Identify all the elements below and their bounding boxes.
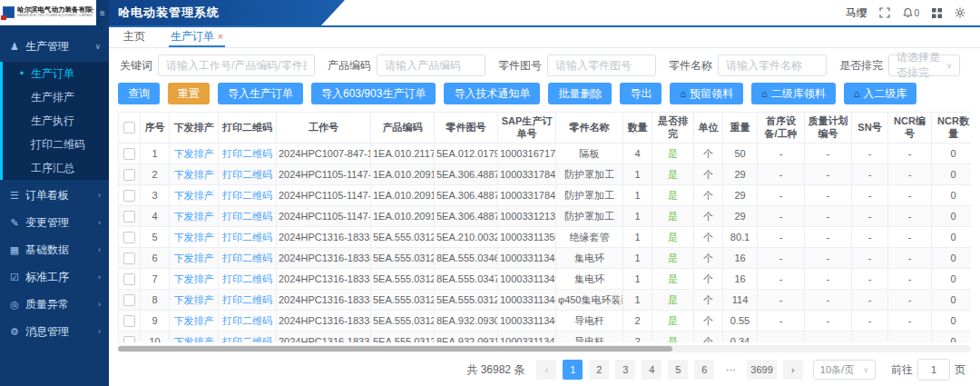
filter-select-schedule-status[interactable]: 请选择是否排完∨ [888,54,960,76]
scheduled-flag-value: 是 [668,315,678,326]
batch-delete-button[interactable]: 批量删除 [548,83,612,104]
submenu-item-process-summary[interactable]: 工序汇总 [3,156,109,180]
print-qrcode-link[interactable]: 打印二维码 [222,169,272,180]
print-qrcode-link[interactable]: 打印二维码 [222,273,272,284]
issue-scheduling-link[interactable]: 下发排产 [174,273,214,284]
column-header-weight[interactable]: 重量 [723,113,758,144]
row-checkbox[interactable] [123,315,135,327]
print-qrcode-link[interactable]: 打印二维码 [222,190,272,201]
chevron-down-icon: ∨ [863,366,868,374]
column-header-scheduled-flag[interactable]: 是否排完 [652,113,694,144]
sidebar-item-order-board[interactable]: ☰订单看板› [0,182,109,209]
column-header-quantity[interactable]: 数量 [623,113,652,144]
issue-scheduling-link[interactable]: 下发排产 [174,211,214,222]
page-button-3699[interactable]: 3699 [747,360,776,380]
settings-gear-icon[interactable] [955,7,965,18]
row-checkbox[interactable] [123,211,135,223]
import-tech-notice-button[interactable]: 导入技术通知单 [444,83,540,104]
import-production-order-button[interactable]: 导入生产订单 [218,83,303,104]
sidebar-item-production-mgmt[interactable]: ♟生产管理∨ [0,33,109,60]
print-qrcode-link[interactable]: 打印二维码 [222,252,272,263]
sidebar-item-message-mgmt[interactable]: ⚙消息管理› [0,318,109,345]
row-checkbox[interactable] [123,336,135,342]
column-header-unit[interactable]: 单位 [694,113,723,144]
issue-scheduling-link[interactable]: 下发排产 [174,148,214,159]
submenu-item-print-qrcode[interactable]: 打印二维码 [3,133,109,156]
row-checkbox[interactable] [123,148,135,160]
column-header-print-qrcode[interactable]: 打印二维码 [219,113,277,144]
submenu-item-production-scheduling[interactable]: 生产排产 [3,85,109,109]
filter-input-part-drawing-no[interactable] [547,54,656,76]
issue-scheduling-link[interactable]: 下发排产 [174,190,214,201]
sidebar-item-standard-process[interactable]: ☑标准工序› [0,263,109,291]
print-qrcode-link[interactable]: 打印二维码 [222,148,272,159]
row-checkbox[interactable] [123,232,135,243]
column-header-first-seq-equipment[interactable]: 首序设备/工种 [758,113,805,144]
horizontal-scrollbar[interactable] [118,345,971,352]
page-button-1[interactable]: 1 [563,360,583,380]
l2-warehouse-in-button[interactable]: ⌂入二级库 [844,83,917,104]
filter-input-product-code[interactable] [377,54,485,76]
page-button-3[interactable]: 3 [615,360,635,380]
filter-input-part-name[interactable] [718,54,827,76]
column-header-product-code[interactable]: 产品编码 [371,113,435,144]
filter-input-keyword[interactable] [158,54,315,76]
scrollbar-thumb[interactable] [118,346,672,351]
print-qrcode-link[interactable]: 打印二维码 [222,232,272,242]
row-checkbox[interactable] [123,252,135,264]
column-header-ncr-no[interactable]: NCR编号 [888,113,932,144]
export-button[interactable]: 导出 [620,83,662,104]
username[interactable]: 马缨 [845,5,867,21]
column-header-part-drawing-no[interactable]: 零件图号 [435,113,498,144]
issue-scheduling-link[interactable]: 下发排产 [174,294,214,305]
close-tab-icon[interactable]: × [218,32,223,42]
row-checkbox[interactable] [123,169,135,181]
row-checkbox[interactable] [123,294,135,306]
goto-page-input[interactable] [917,359,950,381]
reset-button[interactable]: 重置 [168,83,210,104]
notifications-bell-icon[interactable]: 0 [903,7,919,18]
issue-scheduling-link[interactable]: 下发排产 [174,252,214,263]
prev-page-button[interactable]: ‹ [536,360,556,380]
issue-scheduling-link[interactable]: 下发排产 [174,169,214,180]
sidebar-collapse-icon[interactable]: ≡ [96,0,109,25]
submenu-item-production-execution[interactable]: 生产执行 [3,109,109,133]
column-header-part-name[interactable]: 零件名称 [556,113,623,144]
submenu-item-production-order[interactable]: 生产订单 [3,62,109,85]
print-qrcode-link[interactable]: 打印二维码 [222,211,272,222]
column-header-sap-order-no[interactable]: SAP生产订单号 [498,113,556,144]
reserve-material-button[interactable]: ⌂预留领料 [670,83,743,104]
column-header-sn-no[interactable]: SN号 [852,113,888,144]
next-page-button[interactable]: › [783,360,803,380]
fullscreen-icon[interactable] [879,7,890,18]
print-qrcode-link[interactable]: 打印二维码 [222,315,272,326]
select-all-checkbox[interactable] [123,122,135,134]
sidebar-item-base-data[interactable]: ▦基础数据› [0,236,109,263]
row-checkbox[interactable] [123,273,135,285]
import-603-903-order-button[interactable]: 导入603/903生产订单 [311,83,436,104]
page-button-6[interactable]: 6 [694,360,714,380]
column-header-ncr-qty[interactable]: NCR数量 [932,113,972,144]
column-header-quality-plan-no[interactable]: 质量计划编号 [805,113,852,144]
column-header-work-no[interactable]: 工作号 [277,113,371,144]
issue-scheduling-link[interactable]: 下发排产 [174,232,214,242]
column-header-index[interactable]: 序号 [141,113,170,144]
row-checkbox[interactable] [123,190,135,202]
tab-home[interactable]: 主页 [122,29,147,47]
page-button-2[interactable]: 2 [589,360,609,380]
tab-production-order[interactable]: 生产订单× [169,29,225,47]
page-button-5[interactable]: 5 [668,360,688,380]
issue-scheduling-link[interactable]: 下发排产 [174,315,214,326]
issue-scheduling-link[interactable]: 下发排产 [174,336,214,343]
l2-warehouse-pick-button[interactable]: ⌂二级库领料 [751,83,836,104]
column-header-issue-scheduling[interactable]: 下发排产 [170,113,219,144]
sidebar-item-change-mgmt[interactable]: ✎变更管理› [0,209,109,236]
print-qrcode-link[interactable]: 打印二维码 [222,336,272,343]
page-button-4[interactable]: 4 [642,360,662,380]
sidebar-item-quality-exception[interactable]: ◎质量异常› [0,291,109,318]
button-label: 预留领料 [690,86,733,102]
query-button[interactable]: 查询 [118,83,160,104]
page-size-select[interactable]: 10条/页∨ [813,360,876,380]
print-qrcode-link[interactable]: 打印二维码 [222,294,272,305]
apps-grid-icon[interactable] [932,8,942,18]
